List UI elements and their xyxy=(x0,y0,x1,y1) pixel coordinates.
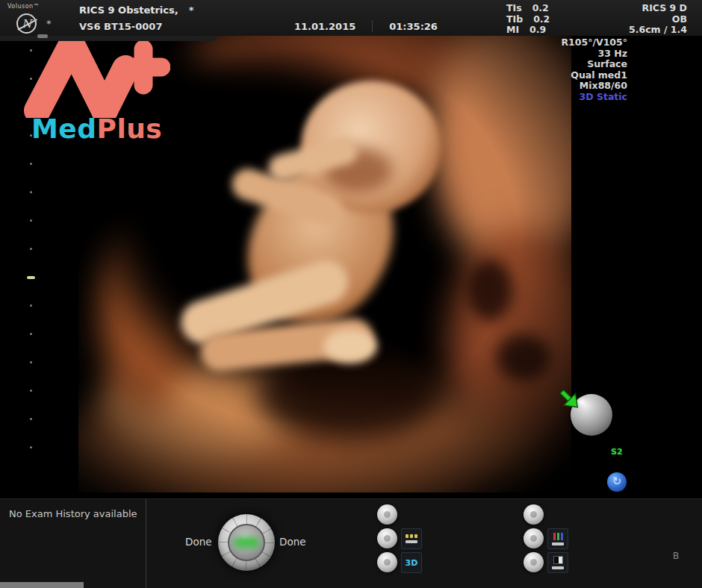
medplus-monogram-icon xyxy=(21,30,170,118)
gray-map-icon[interactable] xyxy=(547,552,568,573)
bottom-left-strip xyxy=(0,582,84,588)
ruler-tick xyxy=(30,361,32,363)
4d-preview-icon[interactable] xyxy=(401,528,422,549)
ultrasound-screen: Voluson™ N * RICS 9 Obstetrics,* VS6 BT1… xyxy=(0,0,702,588)
s2-marker: S2 xyxy=(611,447,623,457)
mode-status-label: 3D Static xyxy=(561,92,627,103)
ruler-tick xyxy=(30,304,32,307)
datetime: 11.01.2015 01:35:26 xyxy=(294,20,438,32)
exam-asterisk: * xyxy=(189,4,194,16)
black-white-box-icon xyxy=(553,556,563,564)
touch-panel-bar: No Exam History available xyxy=(0,498,702,588)
voluson-logo: Voluson™ N * xyxy=(7,3,67,10)
brand-asterisk: * xyxy=(46,18,52,29)
3d-label: 3D xyxy=(406,558,418,568)
exam-history-message: No Exam History available xyxy=(9,508,137,519)
control-button-3[interactable] xyxy=(377,552,397,572)
rotary-knob-cap[interactable] xyxy=(228,524,265,561)
rgb-bars-icon xyxy=(553,533,563,540)
done-button-right[interactable]: Done xyxy=(279,536,306,548)
ruler-tick xyxy=(30,248,32,250)
ruler-tick xyxy=(30,390,32,392)
done-button-left[interactable]: Done xyxy=(185,536,212,548)
rendermode-param: Surface xyxy=(561,59,627,70)
exam-id-label: VS6 BT15-0007 xyxy=(79,21,194,32)
quality-param: Qual med1 xyxy=(561,70,627,81)
ruler-tick xyxy=(30,446,32,448)
probe-name: RICS 9 D xyxy=(629,3,687,14)
probe-info: RICS 9 D OB 5.6cm / 1.4 xyxy=(629,3,687,36)
exam-time: 01:35:26 xyxy=(389,21,438,32)
3d-mode-icon[interactable]: 3D xyxy=(401,552,422,573)
control-button-5[interactable] xyxy=(524,528,544,548)
corner-b-marker: B xyxy=(673,551,679,561)
icon-bar xyxy=(406,540,417,543)
ge-monogram-icon: N xyxy=(16,13,37,34)
voluson-wordmark: Voluson™ xyxy=(7,3,67,10)
control-button-4[interactable] xyxy=(524,504,544,525)
knob-active-indicator-icon xyxy=(234,537,259,548)
exam-info: RICS 9 Obstetrics,* VS6 BT15-0007 xyxy=(79,4,194,32)
exam-history-panel: No Exam History available xyxy=(0,499,146,588)
medplus-wordmark: MedPlus xyxy=(31,113,162,144)
application-label: OB xyxy=(629,14,687,25)
icon-bar xyxy=(552,542,564,545)
ruler-tick xyxy=(30,219,32,222)
yellow-dots-icon xyxy=(406,534,417,538)
datetime-divider xyxy=(372,20,373,32)
control-button-2[interactable] xyxy=(377,528,397,548)
chroma-map-icon[interactable] xyxy=(547,528,568,549)
angle-param: R105°/V105° xyxy=(561,37,627,49)
mix-param: Mix88/60 xyxy=(561,81,627,92)
render-parameters: R105°/V105° 33 Hz Surface Qual med1 Mix8… xyxy=(561,37,627,102)
control-button-1[interactable] xyxy=(377,504,397,525)
ruler-tick xyxy=(30,191,32,193)
ruler-tick xyxy=(30,418,32,420)
medplus-watermark: MedPlus xyxy=(21,30,178,153)
rotate-icon[interactable]: ↻ xyxy=(607,472,627,492)
icon-bar xyxy=(552,566,564,569)
exam-preset-label: RICS 9 Obstetrics,* xyxy=(79,4,194,16)
brand-dash xyxy=(37,34,48,38)
depth-frequency-label: 5.6cm / 1.4 xyxy=(629,25,687,36)
acoustic-output-indices: TIs0.2 TIb0.2 MI0.9 xyxy=(506,3,550,36)
rotary-knob[interactable] xyxy=(218,514,275,571)
control-button-6[interactable] xyxy=(524,552,544,572)
pointer-arrow-icon[interactable] xyxy=(557,387,583,413)
framerate-param: 33 Hz xyxy=(561,49,627,60)
ruler-tick xyxy=(30,163,32,165)
ruler-tick xyxy=(30,333,32,335)
exam-date: 11.01.2015 xyxy=(294,21,355,32)
focus-marker xyxy=(27,276,35,279)
